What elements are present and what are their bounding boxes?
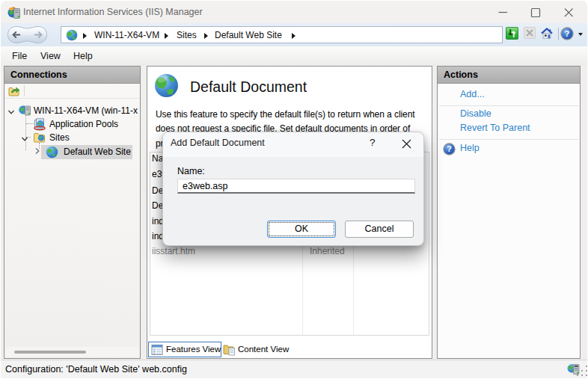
svg-text:?: ? (447, 144, 451, 153)
svg-text:?: ? (565, 29, 570, 38)
